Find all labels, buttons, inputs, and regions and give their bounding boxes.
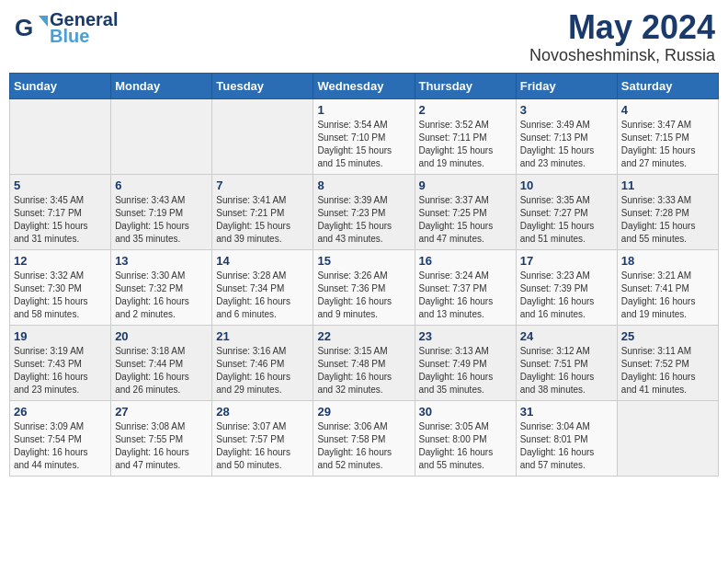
day-info: Sunrise: 3:05 AM Sunset: 8:00 PM Dayligh… [419, 420, 512, 472]
logo: G General Blue [13, 9, 118, 46]
calendar-cell: 19Sunrise: 3:19 AM Sunset: 7:43 PM Dayli… [10, 325, 111, 400]
day-info: Sunrise: 3:52 AM Sunset: 7:11 PM Dayligh… [419, 119, 512, 170]
day-info: Sunrise: 3:24 AM Sunset: 7:37 PM Dayligh… [419, 270, 512, 321]
calendar-cell: 8Sunrise: 3:39 AM Sunset: 7:23 PM Daylig… [313, 174, 415, 249]
day-info: Sunrise: 3:15 AM Sunset: 7:48 PM Dayligh… [317, 345, 410, 396]
calendar-week-row: 1Sunrise: 3:54 AM Sunset: 7:10 PM Daylig… [10, 98, 719, 174]
day-number: 5 [14, 178, 107, 192]
day-info: Sunrise: 3:19 AM Sunset: 7:43 PM Dayligh… [14, 345, 107, 396]
calendar-cell: 4Sunrise: 3:47 AM Sunset: 7:15 PM Daylig… [617, 98, 718, 174]
day-number: 8 [317, 178, 410, 192]
calendar-cell: 1Sunrise: 3:54 AM Sunset: 7:10 PM Daylig… [313, 98, 415, 174]
svg-text:G: G [15, 14, 33, 41]
day-number: 25 [621, 329, 714, 343]
calendar-cell: 5Sunrise: 3:45 AM Sunset: 7:17 PM Daylig… [10, 174, 111, 249]
day-info: Sunrise: 3:43 AM Sunset: 7:19 PM Dayligh… [115, 194, 208, 246]
day-info: Sunrise: 3:54 AM Sunset: 7:10 PM Dayligh… [317, 119, 410, 170]
day-info: Sunrise: 3:12 AM Sunset: 7:51 PM Dayligh… [520, 345, 613, 396]
day-info: Sunrise: 3:21 AM Sunset: 7:41 PM Dayligh… [621, 270, 714, 321]
calendar-header-thursday: Thursday [415, 73, 516, 98]
calendar-cell [212, 98, 313, 174]
day-info: Sunrise: 3:09 AM Sunset: 7:54 PM Dayligh… [14, 420, 107, 472]
calendar-header-monday: Monday [111, 73, 212, 98]
day-number: 17 [520, 254, 613, 268]
calendar-cell: 29Sunrise: 3:06 AM Sunset: 7:58 PM Dayli… [313, 400, 415, 476]
day-info: Sunrise: 3:37 AM Sunset: 7:25 PM Dayligh… [419, 194, 512, 246]
calendar-cell: 12Sunrise: 3:32 AM Sunset: 7:30 PM Dayli… [10, 249, 111, 325]
calendar-header-row: SundayMondayTuesdayWednesdayThursdayFrid… [10, 73, 719, 98]
day-number: 27 [115, 405, 208, 419]
day-number: 21 [216, 329, 309, 343]
day-info: Sunrise: 3:41 AM Sunset: 7:21 PM Dayligh… [216, 194, 309, 246]
calendar-week-row: 5Sunrise: 3:45 AM Sunset: 7:17 PM Daylig… [10, 174, 719, 249]
calendar-cell: 16Sunrise: 3:24 AM Sunset: 7:37 PM Dayli… [415, 249, 516, 325]
calendar-header-saturday: Saturday [617, 73, 718, 98]
calendar-cell: 24Sunrise: 3:12 AM Sunset: 7:51 PM Dayli… [516, 325, 617, 400]
day-number: 24 [520, 329, 613, 343]
day-info: Sunrise: 3:30 AM Sunset: 7:32 PM Dayligh… [115, 270, 208, 321]
day-info: Sunrise: 3:26 AM Sunset: 7:36 PM Dayligh… [317, 270, 410, 321]
day-number: 31 [520, 405, 613, 419]
day-number: 9 [419, 178, 512, 192]
day-number: 18 [621, 254, 714, 268]
day-info: Sunrise: 3:47 AM Sunset: 7:15 PM Dayligh… [621, 119, 714, 170]
calendar-header-tuesday: Tuesday [212, 73, 313, 98]
day-info: Sunrise: 3:49 AM Sunset: 7:13 PM Dayligh… [520, 119, 613, 170]
calendar-cell: 21Sunrise: 3:16 AM Sunset: 7:46 PM Dayli… [212, 325, 313, 400]
day-number: 23 [419, 329, 512, 343]
day-info: Sunrise: 3:08 AM Sunset: 7:55 PM Dayligh… [115, 420, 208, 472]
svg-marker-1 [39, 16, 48, 27]
day-info: Sunrise: 3:39 AM Sunset: 7:23 PM Dayligh… [317, 194, 410, 246]
calendar-cell: 13Sunrise: 3:30 AM Sunset: 7:32 PM Dayli… [111, 249, 212, 325]
calendar-cell [111, 98, 212, 174]
calendar-cell: 31Sunrise: 3:04 AM Sunset: 8:01 PM Dayli… [516, 400, 617, 476]
page-header: G General Blue May 2024 Novosheshminsk, … [9, 9, 719, 65]
calendar-cell: 14Sunrise: 3:28 AM Sunset: 7:34 PM Dayli… [212, 249, 313, 325]
day-number: 28 [216, 405, 309, 419]
day-info: Sunrise: 3:28 AM Sunset: 7:34 PM Dayligh… [216, 270, 309, 321]
calendar-cell: 2Sunrise: 3:52 AM Sunset: 7:11 PM Daylig… [415, 98, 516, 174]
logo-icon: G [13, 10, 48, 45]
calendar-header-wednesday: Wednesday [313, 73, 415, 98]
title-block: May 2024 Novosheshminsk, Russia [529, 9, 715, 65]
calendar-cell: 28Sunrise: 3:07 AM Sunset: 7:57 PM Dayli… [212, 400, 313, 476]
day-info: Sunrise: 3:06 AM Sunset: 7:58 PM Dayligh… [317, 420, 410, 472]
day-info: Sunrise: 3:33 AM Sunset: 7:28 PM Dayligh… [621, 194, 714, 246]
day-number: 15 [317, 254, 410, 268]
calendar-cell: 18Sunrise: 3:21 AM Sunset: 7:41 PM Dayli… [617, 249, 718, 325]
calendar-header-friday: Friday [516, 73, 617, 98]
day-info: Sunrise: 3:23 AM Sunset: 7:39 PM Dayligh… [520, 270, 613, 321]
calendar-header-sunday: Sunday [10, 73, 111, 98]
day-number: 22 [317, 329, 410, 343]
calendar-week-row: 19Sunrise: 3:19 AM Sunset: 7:43 PM Dayli… [10, 325, 719, 400]
calendar-cell: 9Sunrise: 3:37 AM Sunset: 7:25 PM Daylig… [415, 174, 516, 249]
calendar-table: SundayMondayTuesdayWednesdayThursdayFrid… [9, 73, 719, 477]
calendar-cell: 30Sunrise: 3:05 AM Sunset: 8:00 PM Dayli… [415, 400, 516, 476]
day-number: 6 [115, 178, 208, 192]
day-number: 29 [317, 405, 410, 419]
calendar-week-row: 26Sunrise: 3:09 AM Sunset: 7:54 PM Dayli… [10, 400, 719, 476]
calendar-cell: 20Sunrise: 3:18 AM Sunset: 7:44 PM Dayli… [111, 325, 212, 400]
day-number: 2 [419, 103, 512, 117]
day-number: 12 [14, 254, 107, 268]
calendar-cell: 6Sunrise: 3:43 AM Sunset: 7:19 PM Daylig… [111, 174, 212, 249]
day-info: Sunrise: 3:07 AM Sunset: 7:57 PM Dayligh… [216, 420, 309, 472]
day-info: Sunrise: 3:32 AM Sunset: 7:30 PM Dayligh… [14, 270, 107, 321]
calendar-cell: 26Sunrise: 3:09 AM Sunset: 7:54 PM Dayli… [10, 400, 111, 476]
calendar-body: 1Sunrise: 3:54 AM Sunset: 7:10 PM Daylig… [10, 98, 719, 476]
day-number: 7 [216, 178, 309, 192]
day-number: 20 [115, 329, 208, 343]
page-title: May 2024 [529, 9, 715, 46]
calendar-cell [10, 98, 111, 174]
calendar-cell: 22Sunrise: 3:15 AM Sunset: 7:48 PM Dayli… [313, 325, 415, 400]
day-info: Sunrise: 3:11 AM Sunset: 7:52 PM Dayligh… [621, 345, 714, 396]
calendar-cell: 10Sunrise: 3:35 AM Sunset: 7:27 PM Dayli… [516, 174, 617, 249]
day-info: Sunrise: 3:16 AM Sunset: 7:46 PM Dayligh… [216, 345, 309, 396]
day-number: 1 [317, 103, 410, 117]
day-number: 19 [14, 329, 107, 343]
day-info: Sunrise: 3:18 AM Sunset: 7:44 PM Dayligh… [115, 345, 208, 396]
day-number: 4 [621, 103, 714, 117]
calendar-cell: 17Sunrise: 3:23 AM Sunset: 7:39 PM Dayli… [516, 249, 617, 325]
day-number: 13 [115, 254, 208, 268]
calendar-cell: 3Sunrise: 3:49 AM Sunset: 7:13 PM Daylig… [516, 98, 617, 174]
